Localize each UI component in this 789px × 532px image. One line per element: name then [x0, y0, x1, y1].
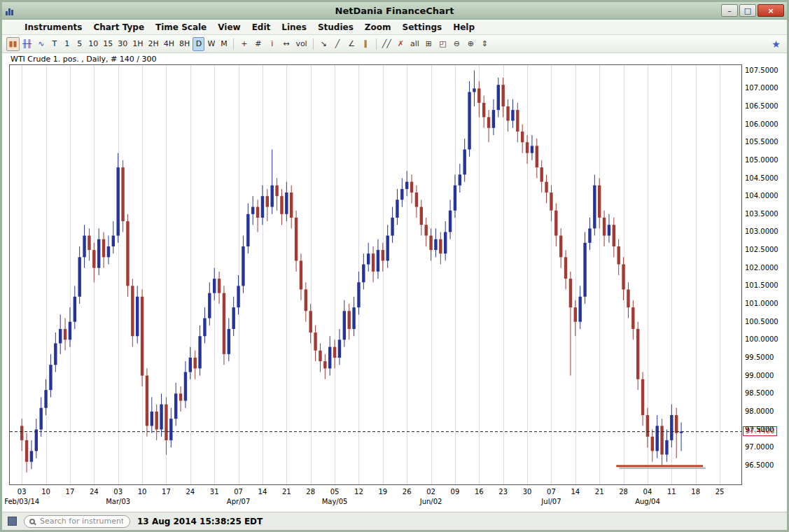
timeframe-30-button[interactable]: 30: [116, 37, 130, 51]
close-button[interactable]: ×: [757, 4, 784, 17]
timeframe-t-button[interactable]: T: [48, 37, 60, 51]
angle-line-icon[interactable]: ∠: [345, 37, 358, 51]
timeframe-m-button[interactable]: M: [218, 37, 230, 51]
candle-body: [501, 85, 504, 106]
grid-icon[interactable]: #: [251, 37, 265, 51]
candlestick-chart-button[interactable]: ▮▮: [6, 37, 20, 51]
parallel-lines-icon[interactable]: ╱╱: [380, 37, 393, 51]
scroll-horizontal-icon[interactable]: ↔: [279, 37, 293, 51]
y-axis-label: 105.0000: [745, 156, 778, 164]
candle-body: [583, 243, 586, 297]
menu-item-studies[interactable]: Studies: [312, 21, 359, 34]
chart-plot[interactable]: [9, 64, 742, 485]
ohlc-bar-chart-button[interactable]: ╫╫: [20, 37, 34, 51]
y-axis-label: 104.5000: [745, 174, 778, 182]
candle-body: [608, 225, 610, 235]
zoom-out-icon[interactable]: ⊖: [450, 37, 463, 51]
timeframe-5-button[interactable]: 5: [74, 37, 85, 51]
candle-body: [146, 376, 148, 426]
candle-body: [545, 182, 547, 192]
chart-body: 97.4400 107.5000107.0000106.5000106.0000…: [2, 64, 787, 485]
menu-item-help[interactable]: Help: [447, 21, 480, 34]
candle-body: [439, 239, 442, 254]
clock-label: 13 Aug 2014 15:38:25 EDT: [137, 517, 263, 526]
candle-body: [554, 211, 557, 236]
candle-body: [526, 142, 529, 153]
candle-body: [670, 415, 673, 440]
print-icon[interactable]: ⊞: [422, 37, 435, 51]
candle-body: [477, 88, 480, 103]
candle-body: [323, 361, 326, 368]
trend-line-icon[interactable]: ╱: [331, 37, 344, 51]
candle-body: [266, 196, 269, 206]
maximize-button[interactable]: □: [739, 4, 756, 17]
x-axis-month-label: Apr/07: [227, 498, 250, 505]
minimize-button[interactable]: –: [721, 4, 738, 17]
candle-body: [497, 85, 500, 110]
candle-body: [482, 103, 485, 118]
price-chart: [10, 65, 741, 484]
timeframe-10-button[interactable]: 10: [86, 37, 100, 51]
menu-item-chart-type[interactable]: Chart Type: [88, 21, 150, 34]
x-axis-day-label: 21: [282, 488, 291, 496]
candle-body: [473, 88, 475, 92]
instrument-square-icon: [8, 517, 17, 526]
zoom-in-icon[interactable]: ⊕: [464, 37, 477, 51]
info-icon[interactable]: i: [265, 37, 279, 51]
timeframe-w-button[interactable]: W: [205, 37, 217, 51]
candle-body: [246, 214, 249, 246]
candle-body: [305, 290, 307, 312]
timeframe-15-button[interactable]: 15: [101, 37, 115, 51]
y-axis-label: 105.5000: [745, 138, 778, 146]
menu-item-settings[interactable]: Settings: [397, 21, 448, 34]
timeframe-1h-button[interactable]: 1H: [130, 37, 145, 51]
candle-body: [459, 174, 461, 185]
candle-body: [83, 236, 85, 258]
candle-body: [203, 318, 206, 337]
timeframe-2h-button[interactable]: 2H: [146, 37, 161, 51]
candle-body: [251, 207, 254, 214]
menu-item-instruments[interactable]: Instruments: [19, 21, 88, 34]
menu-item-edit[interactable]: Edit: [246, 21, 277, 34]
candle-body: [116, 167, 119, 235]
candle-body: [237, 286, 239, 307]
timeframe-d-button[interactable]: D: [193, 37, 204, 51]
app-icon: [6, 6, 17, 15]
candle-body: [131, 286, 134, 336]
candle-body: [454, 186, 456, 211]
candle-body: [54, 343, 57, 365]
x-axis-day-label: 28: [619, 488, 628, 496]
candle-body: [603, 218, 606, 236]
y-axis-label: 103.0000: [745, 227, 778, 235]
timeframe-4h-button[interactable]: 4H: [162, 37, 176, 51]
show-all-icon[interactable]: all: [408, 37, 421, 51]
menu-item-time-scale[interactable]: Time Scale: [150, 21, 212, 34]
timeframe-8h-button[interactable]: 8H: [177, 37, 192, 51]
parallel-channel-icon[interactable]: ∥: [359, 37, 372, 51]
menu-item-lines[interactable]: Lines: [276, 21, 312, 34]
delete-lines-icon[interactable]: ✗: [394, 37, 407, 51]
candle-body: [559, 236, 562, 258]
candle-body: [636, 329, 639, 379]
menu-item-view[interactable]: View: [212, 21, 246, 34]
timeframe-1-button[interactable]: 1: [61, 37, 73, 51]
candle-body: [179, 393, 182, 400]
y-axis-label: 104.0000: [745, 192, 778, 200]
favorites-star-icon[interactable]: ★: [769, 37, 783, 51]
fit-height-icon[interactable]: ⇕: [478, 37, 491, 51]
crosshair-icon[interactable]: +: [237, 37, 251, 51]
x-axis-day-label: 07: [547, 488, 556, 496]
candle-body: [285, 192, 288, 214]
line-chart-button[interactable]: ∿: [34, 37, 48, 51]
titlebar[interactable]: NetDania FinanceChart – □ ×: [2, 2, 787, 20]
x-axis-day-label: 09: [451, 488, 460, 496]
zoom-area-icon[interactable]: ◰: [436, 37, 449, 51]
menu-item-zoom[interactable]: Zoom: [359, 21, 397, 34]
y-axis-label: 97.5000: [745, 426, 774, 433]
pointer-line-icon[interactable]: ↘: [317, 37, 330, 51]
candle-body: [174, 393, 177, 419]
search-input[interactable]: [39, 516, 125, 526]
volume-icon[interactable]: vol: [293, 37, 309, 51]
candle-body: [208, 293, 211, 318]
chart-section: WTI Crude 1. pos. , Daily, # 140 / 300 9…: [2, 53, 787, 512]
